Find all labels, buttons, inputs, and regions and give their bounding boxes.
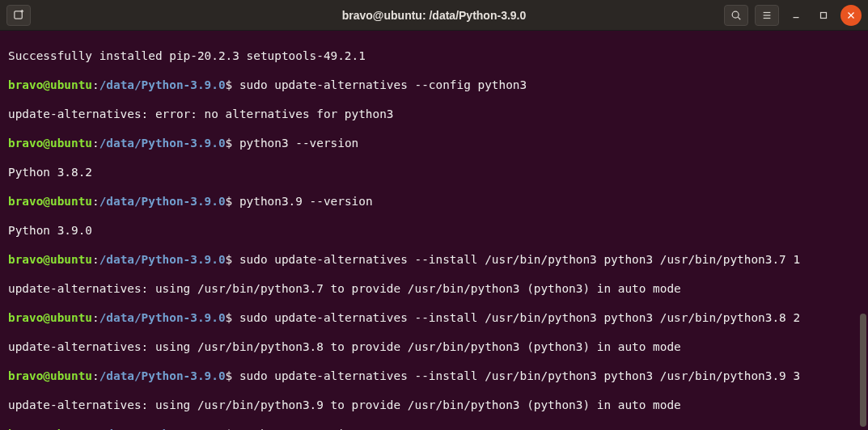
output-line: update-alternatives: using /usr/bin/pyth… bbox=[8, 281, 860, 296]
new-tab-button[interactable] bbox=[6, 5, 31, 26]
window-title: bravo@ubuntu: /data/Python-3.9.0 bbox=[342, 8, 527, 23]
output-line: Successfully installed pip-20.2.3 setupt… bbox=[8, 48, 860, 63]
close-button[interactable] bbox=[840, 5, 862, 26]
search-button[interactable] bbox=[724, 5, 748, 26]
new-tab-icon bbox=[13, 9, 25, 21]
output-line: update-alternatives: using /usr/bin/pyth… bbox=[8, 398, 860, 412]
scrollbar-thumb[interactable] bbox=[860, 314, 866, 427]
prompt-line: bravo@ubuntu:/data/Python-3.9.0$ sudo up… bbox=[8, 310, 860, 325]
titlebar: bravo@ubuntu: /data/Python-3.9.0 bbox=[0, 0, 868, 31]
output-line: update-alternatives: error: no alternati… bbox=[8, 107, 860, 121]
prompt-line: bravo@ubuntu:/data/Python-3.9.0$ python3… bbox=[8, 427, 860, 430]
close-icon bbox=[845, 10, 857, 21]
minimize-button[interactable] bbox=[785, 5, 807, 26]
prompt-line: bravo@ubuntu:/data/Python-3.9.0$ python3… bbox=[8, 194, 860, 209]
prompt-line: bravo@ubuntu:/data/Python-3.9.0$ sudo up… bbox=[8, 252, 860, 267]
maximize-button[interactable] bbox=[813, 5, 834, 26]
scrollbar[interactable] bbox=[860, 32, 866, 427]
prompt-line: bravo@ubuntu:/data/Python-3.9.0$ python3… bbox=[8, 136, 860, 150]
output-line: Python 3.9.0 bbox=[8, 223, 860, 238]
prompt-line: bravo@ubuntu:/data/Python-3.9.0$ sudo up… bbox=[8, 369, 860, 383]
svg-rect-0 bbox=[14, 11, 21, 19]
menu-button[interactable] bbox=[755, 5, 779, 26]
prompt-line: bravo@ubuntu:/data/Python-3.9.0$ sudo up… bbox=[8, 78, 860, 92]
minimize-icon bbox=[790, 10, 802, 21]
svg-point-3 bbox=[732, 11, 739, 18]
svg-line-4 bbox=[738, 17, 740, 19]
output-line: Python 3.8.2 bbox=[8, 165, 860, 179]
output-line: update-alternatives: using /usr/bin/pyth… bbox=[8, 339, 860, 354]
maximize-icon bbox=[818, 10, 829, 21]
search-icon bbox=[730, 10, 742, 21]
hamburger-icon bbox=[761, 10, 773, 21]
svg-rect-9 bbox=[821, 12, 827, 18]
terminal-output[interactable]: Successfully installed pip-20.2.3 setupt… bbox=[0, 31, 868, 430]
